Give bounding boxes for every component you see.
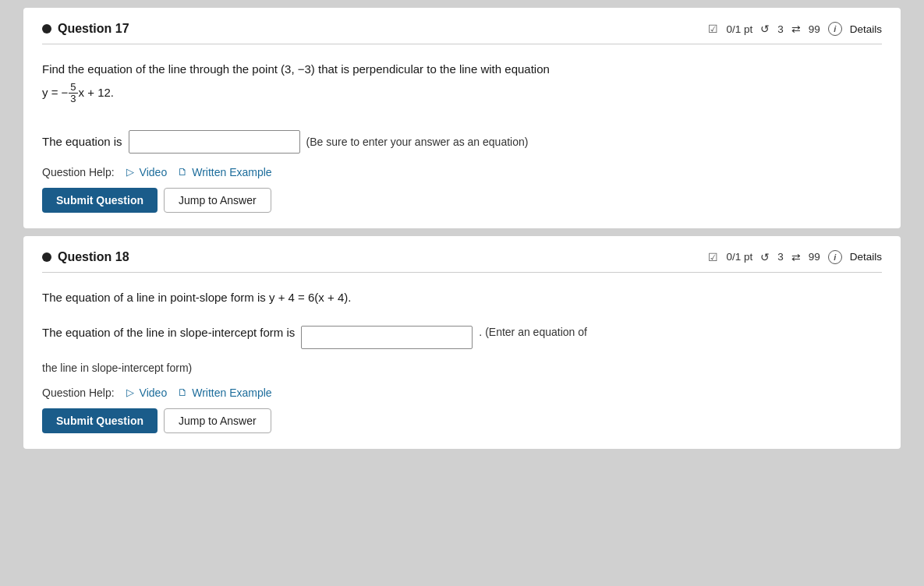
question-18-body: The equation of a line in point-slope fo… — [42, 284, 882, 318]
q17-fraction: 53 — [69, 82, 77, 105]
q17-help: Question Help: ▷ Video 🗋 Written Example — [42, 166, 882, 178]
q18-doc-icon: 🗋 — [176, 387, 189, 399]
q17-jump-button[interactable]: Jump to Answer — [164, 188, 271, 213]
q17-attempts: 99 — [809, 23, 820, 35]
q18-written-link[interactable]: 🗋 Written Example — [176, 387, 271, 399]
q18-help-label: Question Help: — [42, 387, 115, 399]
q18-answer-hint-part1: . (Enter an equation of — [479, 326, 587, 338]
question-18-bullet — [42, 252, 51, 262]
q17-help-label: Question Help: — [42, 166, 115, 178]
refresh-icon: ⇄ — [791, 23, 801, 35]
question-17-body: Find the equation of the line through th… — [42, 55, 882, 122]
q17-eq-prefix: y = − — [42, 86, 68, 99]
q18-written-label: Written Example — [192, 387, 271, 399]
q18-answer-label: The equation of the line in slope-interc… — [42, 326, 295, 339]
q17-details-link[interactable]: Details — [850, 23, 882, 35]
q17-written-label: Written Example — [192, 166, 271, 178]
info-icon[interactable]: i — [828, 22, 842, 36]
q18-retry-icon: ↺ — [760, 251, 770, 263]
q17-score: 0/1 pt — [726, 23, 752, 35]
question-18-title: Question 18 — [42, 250, 129, 264]
question-18-card: Question 18 ☑ 0/1 pt ↺ 3 ⇄ 99 i Details … — [23, 236, 901, 449]
question-18-label: Question 18 — [58, 250, 129, 264]
question-17-header: Question 17 ☑ 0/1 pt ↺ 3 ⇄ 99 i Details — [42, 22, 882, 44]
q17-fraction-num: 5 — [69, 82, 77, 94]
checkbox-icon: ☑ — [708, 23, 718, 35]
q18-help: Question Help: ▷ Video 🗋 Written Example — [42, 387, 882, 399]
q18-info-icon[interactable]: i — [828, 250, 842, 264]
q18-details-link[interactable]: Details — [850, 251, 882, 263]
q17-equation: y = −53x + 12. — [42, 82, 882, 105]
q18-retries: 3 — [777, 251, 784, 263]
question-18-meta: ☑ 0/1 pt ↺ 3 ⇄ 99 i Details — [708, 250, 882, 264]
question-18-header: Question 18 ☑ 0/1 pt ↺ 3 ⇄ 99 i Details — [42, 250, 882, 273]
q17-action-buttons: Submit Question Jump to Answer — [42, 188, 882, 213]
q17-body-line1: Find the equation of the line through th… — [42, 60, 882, 79]
q17-written-link[interactable]: 🗋 Written Example — [176, 166, 271, 178]
retry-icon: ↺ — [760, 23, 770, 35]
q17-video-link[interactable]: ▷ Video — [124, 166, 168, 178]
q18-checkbox-icon: ☑ — [708, 251, 718, 263]
q18-submit-button[interactable]: Submit Question — [42, 408, 158, 433]
doc-icon: 🗋 — [176, 166, 189, 178]
question-17-card: Question 17 ☑ 0/1 pt ↺ 3 ⇄ 99 i Details … — [23, 8, 901, 228]
q18-video-link[interactable]: ▷ Video — [124, 387, 168, 399]
question-17-title: Question 17 — [42, 22, 129, 36]
q17-answer-hint: (Be sure to enter your answer as an equa… — [306, 136, 529, 148]
q18-video-label: Video — [140, 387, 168, 399]
video-icon: ▷ — [124, 166, 136, 178]
q18-refresh-icon: ⇄ — [791, 251, 801, 263]
q17-eq-suffix: x + 12. — [79, 86, 114, 99]
q17-answer-input[interactable] — [129, 130, 300, 154]
q18-score: 0/1 pt — [726, 251, 752, 263]
q18-action-buttons: Submit Question Jump to Answer — [42, 408, 882, 433]
q18-answer-input[interactable] — [301, 326, 473, 349]
q18-answer-row: The equation of the line in slope-interc… — [42, 326, 882, 349]
q18-attempts: 99 — [809, 251, 820, 263]
q17-video-label: Video — [140, 166, 168, 178]
question-17-bullet — [42, 24, 51, 34]
q17-answer-row: The equation is (Be sure to enter your a… — [42, 130, 882, 154]
q18-jump-button[interactable]: Jump to Answer — [164, 408, 271, 433]
q17-retries: 3 — [777, 23, 784, 35]
q17-fraction-den: 3 — [69, 94, 77, 104]
question-17-meta: ☑ 0/1 pt ↺ 3 ⇄ 99 i Details — [708, 22, 882, 36]
q17-submit-button[interactable]: Submit Question — [42, 188, 158, 213]
q17-answer-label: The equation is — [42, 135, 122, 148]
q18-body-line1: The equation of a line in point-slope fo… — [42, 288, 882, 307]
q18-video-icon: ▷ — [124, 387, 136, 399]
q18-answer-hint-line2: the line in slope-intercept form) — [42, 362, 882, 374]
question-17-label: Question 17 — [58, 22, 129, 36]
